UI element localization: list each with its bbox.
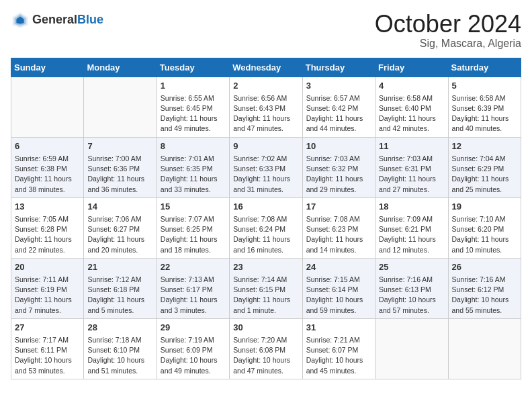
- day-number: 3: [306, 80, 371, 92]
- calendar-cell: 6Sunrise: 6:59 AMSunset: 6:38 PMDaylight…: [11, 137, 84, 197]
- day-number: 5: [452, 80, 517, 92]
- sunrise-text: Sunrise: 7:03 AM: [379, 154, 433, 163]
- sunset-text: Sunset: 6:17 PM: [161, 285, 213, 293]
- sunrise-text: Sunrise: 7:14 AM: [233, 275, 287, 283]
- day-info: Sunrise: 7:08 AMSunset: 6:24 PMDaylight:…: [233, 214, 298, 255]
- day-number: 1: [161, 80, 226, 92]
- sunrise-text: Sunrise: 7:09 AM: [379, 215, 433, 223]
- sunrise-text: Sunrise: 7:06 AM: [87, 215, 141, 223]
- day-number: 13: [15, 201, 80, 213]
- day-number: 16: [233, 201, 298, 213]
- logo-icon: [11, 11, 30, 30]
- daylight-text: Daylight: 10 hours and 57 minutes.: [379, 295, 436, 314]
- daylight-text: Daylight: 11 hours and 38 minutes.: [15, 175, 72, 193]
- day-number: 26: [452, 261, 517, 273]
- daylight-text: Daylight: 11 hours and 40 minutes.: [452, 114, 509, 132]
- sunset-text: Sunset: 6:33 PM: [233, 165, 285, 173]
- calendar-cell: 30Sunrise: 7:20 AMSunset: 6:08 PMDayligh…: [230, 318, 302, 379]
- daylight-text: Daylight: 11 hours and 31 minutes.: [233, 175, 290, 193]
- calendar-cell: 27Sunrise: 7:17 AMSunset: 6:11 PMDayligh…: [11, 318, 84, 379]
- day-number: 20: [15, 261, 80, 273]
- daylight-text: Daylight: 11 hours and 16 minutes.: [233, 235, 290, 253]
- day-number: 25: [379, 261, 444, 273]
- sunset-text: Sunset: 6:14 PM: [306, 285, 359, 293]
- calendar-week-row: 1Sunrise: 6:55 AMSunset: 6:45 PMDaylight…: [11, 77, 521, 137]
- calendar-cell: 5Sunrise: 6:58 AMSunset: 6:39 PMDaylight…: [448, 77, 521, 137]
- daylight-text: Daylight: 11 hours and 25 minutes.: [452, 175, 509, 193]
- sunrise-text: Sunrise: 7:17 AM: [15, 336, 69, 344]
- day-number: 7: [87, 140, 152, 152]
- sunrise-text: Sunrise: 6:55 AM: [161, 94, 214, 102]
- sunset-text: Sunset: 6:21 PM: [379, 225, 431, 233]
- day-info: Sunrise: 7:09 AMSunset: 6:21 PMDaylight:…: [379, 214, 444, 255]
- calendar-cell: 17Sunrise: 7:08 AMSunset: 6:23 PMDayligh…: [302, 197, 375, 258]
- sunset-text: Sunset: 6:13 PM: [379, 285, 431, 293]
- logo-blue: Blue: [77, 13, 103, 27]
- daylight-text: Daylight: 11 hours and 7 minutes.: [15, 295, 72, 314]
- logo-text: General Blue: [32, 13, 103, 27]
- sunset-text: Sunset: 6:09 PM: [161, 346, 213, 354]
- day-number: 10: [306, 140, 371, 152]
- day-info: Sunrise: 7:19 AMSunset: 6:09 PMDaylight:…: [161, 335, 226, 376]
- calendar-cell: [448, 318, 521, 379]
- weekday-header-monday: Monday: [84, 58, 157, 77]
- calendar-table: SundayMondayTuesdayWednesdayThursdayFrid…: [11, 58, 521, 379]
- sunset-text: Sunset: 6:24 PM: [233, 225, 285, 233]
- calendar-cell: 9Sunrise: 7:02 AMSunset: 6:33 PMDaylight…: [230, 137, 302, 197]
- calendar-cell: 2Sunrise: 6:56 AMSunset: 6:43 PMDaylight…: [230, 77, 302, 137]
- calendar-cell: 22Sunrise: 7:13 AMSunset: 6:17 PMDayligh…: [157, 258, 229, 318]
- calendar-cell: 26Sunrise: 7:16 AMSunset: 6:12 PMDayligh…: [448, 258, 521, 318]
- sunrise-text: Sunrise: 7:00 AM: [87, 154, 141, 163]
- calendar-cell: 13Sunrise: 7:05 AMSunset: 6:28 PMDayligh…: [11, 197, 84, 258]
- sunrise-text: Sunrise: 6:57 AM: [306, 94, 360, 102]
- day-info: Sunrise: 6:56 AMSunset: 6:43 PMDaylight:…: [233, 93, 298, 134]
- calendar-cell: 10Sunrise: 7:03 AMSunset: 6:32 PMDayligh…: [302, 137, 375, 197]
- calendar-cell: 19Sunrise: 7:10 AMSunset: 6:20 PMDayligh…: [448, 197, 521, 258]
- day-number: 27: [15, 322, 80, 334]
- day-info: Sunrise: 7:17 AMSunset: 6:11 PMDaylight:…: [15, 335, 80, 376]
- calendar-cell: 23Sunrise: 7:14 AMSunset: 6:15 PMDayligh…: [230, 258, 302, 318]
- day-info: Sunrise: 7:05 AMSunset: 6:28 PMDaylight:…: [15, 214, 80, 255]
- page-header: General Blue October 2024 Sig, Mascara, …: [11, 11, 521, 50]
- day-info: Sunrise: 7:11 AMSunset: 6:19 PMDaylight:…: [15, 275, 80, 316]
- calendar-cell: [11, 77, 84, 137]
- day-number: 29: [161, 322, 226, 334]
- sunset-text: Sunset: 6:11 PM: [15, 346, 67, 354]
- day-number: 15: [161, 201, 226, 213]
- day-info: Sunrise: 7:07 AMSunset: 6:25 PMDaylight:…: [161, 214, 226, 255]
- sunset-text: Sunset: 6:45 PM: [161, 104, 213, 112]
- calendar-week-row: 6Sunrise: 6:59 AMSunset: 6:38 PMDaylight…: [11, 137, 521, 197]
- sunrise-text: Sunrise: 6:59 AM: [15, 154, 69, 163]
- daylight-text: Daylight: 11 hours and 36 minutes.: [87, 175, 144, 193]
- sunset-text: Sunset: 6:10 PM: [87, 346, 140, 354]
- day-info: Sunrise: 7:00 AMSunset: 6:36 PMDaylight:…: [87, 154, 152, 195]
- daylight-text: Daylight: 11 hours and 5 minutes.: [87, 295, 144, 314]
- sunrise-text: Sunrise: 7:02 AM: [233, 154, 287, 163]
- day-number: 8: [161, 140, 226, 152]
- day-number: 19: [452, 201, 517, 213]
- sunrise-text: Sunrise: 7:08 AM: [233, 215, 287, 223]
- sunset-text: Sunset: 6:23 PM: [306, 225, 359, 233]
- calendar-cell: 25Sunrise: 7:16 AMSunset: 6:13 PMDayligh…: [375, 258, 448, 318]
- sunrise-text: Sunrise: 7:11 AM: [15, 275, 69, 283]
- sunrise-text: Sunrise: 7:05 AM: [15, 215, 69, 223]
- day-info: Sunrise: 7:06 AMSunset: 6:27 PMDaylight:…: [87, 214, 152, 255]
- day-info: Sunrise: 7:14 AMSunset: 6:15 PMDaylight:…: [233, 275, 298, 316]
- sunset-text: Sunset: 6:12 PM: [452, 285, 504, 293]
- calendar-cell: 29Sunrise: 7:19 AMSunset: 6:09 PMDayligh…: [157, 318, 229, 379]
- daylight-text: Daylight: 11 hours and 12 minutes.: [379, 235, 436, 253]
- calendar-cell: 7Sunrise: 7:00 AMSunset: 6:36 PMDaylight…: [84, 137, 157, 197]
- calendar-cell: 8Sunrise: 7:01 AMSunset: 6:35 PMDaylight…: [157, 137, 229, 197]
- daylight-text: Daylight: 10 hours and 49 minutes.: [161, 356, 218, 374]
- daylight-text: Daylight: 11 hours and 47 minutes.: [233, 114, 290, 132]
- calendar-title: October 2024: [375, 11, 521, 38]
- day-info: Sunrise: 7:16 AMSunset: 6:13 PMDaylight:…: [379, 275, 444, 316]
- day-number: 9: [233, 140, 298, 152]
- day-info: Sunrise: 7:21 AMSunset: 6:07 PMDaylight:…: [306, 335, 371, 376]
- day-number: 11: [379, 140, 444, 152]
- sunset-text: Sunset: 6:27 PM: [87, 225, 140, 233]
- sunrise-text: Sunrise: 7:18 AM: [87, 336, 141, 344]
- calendar-week-row: 20Sunrise: 7:11 AMSunset: 6:19 PMDayligh…: [11, 258, 521, 318]
- day-info: Sunrise: 6:58 AMSunset: 6:39 PMDaylight:…: [452, 93, 517, 134]
- day-number: 17: [306, 201, 371, 213]
